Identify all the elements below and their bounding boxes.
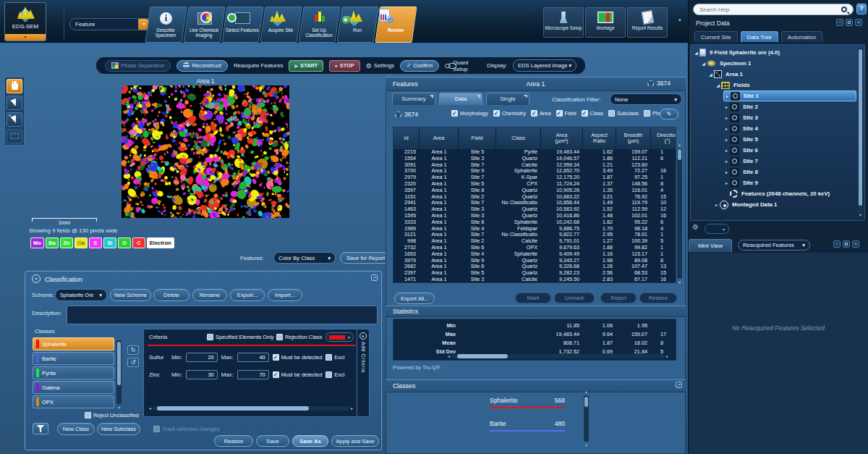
move-to-class-icon[interactable]: ↻: [127, 345, 139, 355]
element-layer-button[interactable]: C: [132, 237, 145, 248]
expand-arrow-icon[interactable]: ▸: [723, 159, 730, 164]
scroll-right-icon[interactable]: ▸: [666, 354, 668, 358]
gear-plus-icon[interactable]: ⚙: [692, 223, 699, 231]
expand-arrow-icon[interactable]: ▸: [724, 93, 731, 98]
class-entry[interactable]: Sphalerite 568: [490, 395, 565, 408]
class-list-item[interactable]: Barite: [33, 352, 114, 365]
scheme-dropdown[interactable]: Sphalerite Ore ▾: [55, 289, 107, 301]
new-class-button[interactable]: New Class: [57, 423, 95, 435]
classes-list-scrollbar[interactable]: [116, 340, 122, 404]
feature-select-tool-button[interactable]: *: [7, 112, 22, 127]
table-scrollbar-thumb[interactable]: [678, 149, 681, 160]
tree-node[interactable]: ▸ Site 9: [723, 177, 856, 188]
save-as-button[interactable]: Save As: [292, 435, 328, 447]
scroll-right-icon[interactable]: ▸: [351, 406, 353, 411]
class-list-item[interactable]: Sphalerite: [33, 337, 114, 350]
exclude-toggle[interactable]: Excl: [326, 371, 344, 378]
expand-arrow-icon[interactable]: ▸: [723, 104, 730, 109]
workflow-step[interactable]: Acquire Site: [263, 7, 299, 43]
class-entry[interactable]: Barite 480: [490, 419, 565, 432]
table-scrollbar[interactable]: [677, 148, 682, 279]
minimize-icon[interactable]: −: [836, 19, 843, 26]
element-layer-button[interactable]: Si: [103, 237, 116, 248]
statistics-hscrollbar[interactable]: ◂ ▸: [448, 354, 668, 358]
tree-node[interactable]: ◢ Specimen 1: [700, 58, 856, 69]
column-header[interactable]: AspectRatio: [583, 127, 616, 149]
close-icon[interactable]: ×: [852, 240, 859, 248]
project-data-tab[interactable]: Data Tree: [741, 31, 778, 42]
exclude-toggle[interactable]: Excl: [326, 354, 344, 361]
scroll-down-icon[interactable]: ▾: [116, 405, 122, 410]
search-input[interactable]: [694, 7, 841, 13]
column-header[interactable]: Area: [420, 127, 459, 149]
select-tool-button[interactable]: [7, 96, 22, 110]
toolbar-overflow-caret[interactable]: ▾: [678, 17, 681, 23]
project-data-tab[interactable]: Current Site: [694, 31, 738, 42]
reconstruct-button[interactable]: Reconstruct: [176, 60, 228, 72]
column-toggle[interactable]: Morphology: [451, 110, 488, 117]
must-be-detected-toggle[interactable]: Must be detected: [273, 354, 323, 361]
tree-node[interactable]: ▸ Site 4: [723, 123, 856, 134]
zoom-rect-tool-button[interactable]: [7, 129, 22, 143]
class-filter-button[interactable]: [33, 423, 48, 434]
unmark-button[interactable]: Unmark: [554, 293, 595, 303]
element-layer-button[interactable]: Ca: [75, 237, 88, 248]
help-button[interactable]: ?: [856, 4, 867, 14]
min-input[interactable]: [186, 353, 218, 362]
tree-node[interactable]: ▸ Site 2: [723, 101, 856, 112]
element-layer-button[interactable]: S: [89, 237, 102, 248]
expand-arrow-icon[interactable]: ▸: [723, 180, 730, 185]
expand-arrow-icon[interactable]: ▸: [723, 169, 730, 175]
element-layer-button[interactable]: O: [118, 237, 131, 248]
max-input[interactable]: [237, 353, 269, 362]
scroll-down-icon[interactable]: ▾: [677, 280, 682, 285]
features-tab[interactable]: Summary: [392, 93, 435, 105]
classes-list-scrollbar-thumb[interactable]: [117, 342, 121, 385]
move-from-class-icon[interactable]: ↺: [127, 358, 139, 367]
tree-scrollbar-thumb[interactable]: [859, 49, 862, 206]
column-header[interactable]: Breadth(µm): [616, 127, 651, 149]
chevron-down-icon[interactable]: ▾: [5, 34, 46, 41]
tree-node[interactable]: ▸ Site 1: [723, 91, 856, 101]
close-icon[interactable]: ×: [855, 19, 862, 26]
description-input[interactable]: [67, 306, 378, 324]
specified-elements-toggle[interactable]: Specified Elements Only: [207, 334, 274, 340]
add-criteria-tab[interactable]: ▸ Add Criteria: [357, 329, 370, 417]
expand-arrow-icon[interactable]: ▸: [723, 148, 730, 153]
toolbar-button[interactable]: Microscope Setup: [543, 7, 584, 38]
column-toggle[interactable]: Area: [531, 110, 551, 117]
criteria-hscrollbar-thumb[interactable]: [157, 406, 309, 411]
mode-dropdown[interactable]: Feature ▾: [69, 18, 150, 30]
phase-separation-button[interactable]: Phase Separation: [105, 60, 171, 72]
class-list-item[interactable]: OPX: [33, 395, 114, 408]
display-dropdown[interactable]: EDS Layered Image ▾: [513, 59, 576, 72]
confirm-button[interactable]: ✓ Confirm: [400, 60, 439, 72]
scroll-down-icon[interactable]: ▾: [858, 213, 863, 217]
classification-filter-dropdown[interactable]: None ▾: [610, 93, 682, 105]
features-tab[interactable]: Data: [439, 93, 482, 105]
phase-map-image[interactable]: [122, 85, 289, 218]
project-data-tab[interactable]: Automation: [781, 31, 822, 42]
expand-arrow-icon[interactable]: ◢: [707, 72, 714, 77]
classes-scrollbar[interactable]: [584, 395, 589, 442]
workflow-step[interactable]: ✓ Review: [378, 7, 414, 43]
workflow-step[interactable]: Set Up Classification: [301, 7, 338, 43]
save-for-report-button[interactable]: Save for Report: [340, 252, 391, 264]
tree-node[interactable]: ◢ Area 1: [707, 69, 856, 80]
class-list-item[interactable]: Galena: [33, 381, 114, 394]
toolbar-button[interactable]: Montage: [585, 7, 626, 38]
minimize-icon[interactable]: −: [833, 240, 841, 248]
max-input[interactable]: [237, 370, 269, 379]
criteria-hscrollbar[interactable]: ◂ ▸: [149, 406, 353, 411]
column-toggle[interactable]: Field: [556, 110, 576, 117]
expand-arrow-icon[interactable]: ◢: [693, 50, 699, 55]
save-button[interactable]: Save: [256, 435, 289, 447]
class-list-item[interactable]: Pyrite: [33, 366, 114, 379]
column-toggle[interactable]: Chemistry: [493, 110, 526, 117]
scroll-up-icon[interactable]: ▴: [583, 390, 590, 394]
mini-view-dropdown[interactable]: Reacquired Features ▾: [738, 240, 810, 251]
color-by-dropdown[interactable]: Color By Class ▾: [273, 252, 336, 264]
column-header[interactable]: Class: [496, 127, 541, 149]
scroll-left-icon[interactable]: ◂: [448, 354, 450, 358]
quant-setup-button[interactable]: Quant Setup: [445, 59, 481, 72]
